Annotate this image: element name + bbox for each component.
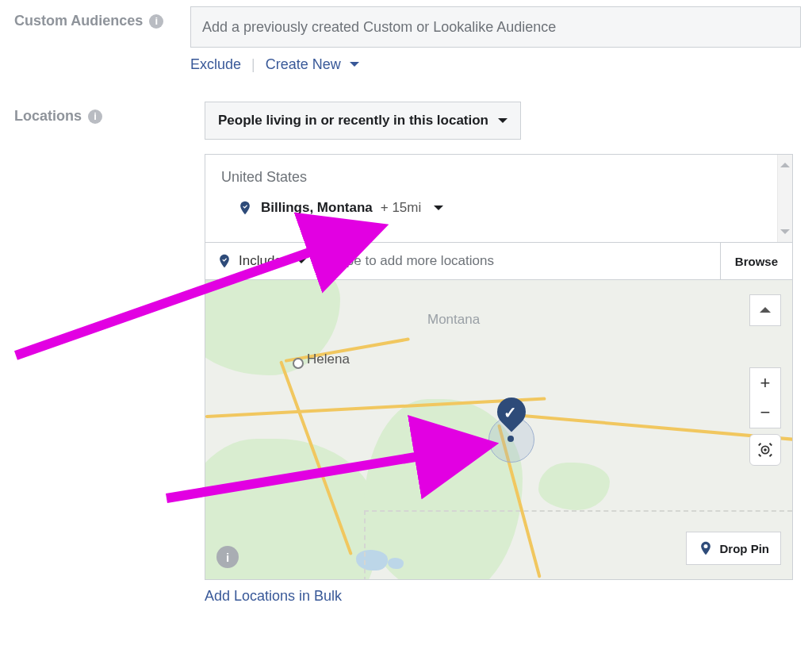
map-pin-icon[interactable]: ✓ (492, 398, 530, 436)
map-city-dot (293, 358, 304, 369)
custom-audiences-label-text: Custom Audiences (14, 13, 143, 29)
location-text-input[interactable]: Type to add more locations (327, 253, 720, 269)
map-zoom-out-button[interactable]: − (749, 398, 781, 428)
divider (322, 250, 323, 272)
map-info-button[interactable]: i (216, 546, 239, 568)
drop-pin-button[interactable]: Drop Pin (686, 532, 782, 565)
map-water (356, 550, 388, 570)
selected-city-name: Billings, Montana (261, 200, 373, 216)
custom-audiences-label: Custom Audiences i (0, 6, 190, 29)
location-input-bar: Include Type to add more locations Brows… (205, 243, 793, 280)
locations-label-text: Locations (14, 108, 82, 125)
create-new-link[interactable]: Create New (266, 56, 359, 72)
custom-audiences-input[interactable]: Add a previously created Custom or Looka… (190, 6, 801, 48)
map-city-label: Helena (307, 351, 350, 367)
caret-down-icon (297, 259, 306, 268)
scrollbar[interactable] (777, 155, 792, 242)
selected-city-row[interactable]: Billings, Montana + 15mi (221, 198, 776, 217)
location-filter-selected: People living in or recently in this loc… (218, 113, 488, 129)
drop-pin-label: Drop Pin (720, 542, 770, 555)
caret-down-icon[interactable] (434, 206, 443, 215)
info-icon[interactable]: i (88, 109, 102, 124)
separator: | (251, 56, 255, 72)
pin-icon (237, 198, 253, 217)
locate-icon (756, 441, 774, 459)
location-filter-dropdown[interactable]: People living in or recently in this loc… (205, 102, 521, 140)
map-border (364, 510, 792, 512)
caret-down-icon (498, 118, 508, 128)
include-label: Include (239, 253, 282, 269)
locations-label: Locations i (0, 102, 205, 125)
svg-point-1 (764, 448, 767, 451)
map-zoom-in-button[interactable]: + (749, 367, 781, 399)
map-border (364, 510, 367, 580)
country-label: United States (221, 169, 776, 186)
scroll-up-icon[interactable] (780, 158, 790, 167)
info-icon[interactable]: i (149, 14, 163, 29)
svg-point-2 (703, 544, 707, 548)
scroll-down-icon[interactable] (780, 229, 790, 239)
map-state-label: Montana (427, 312, 480, 328)
map-locate-button[interactable] (749, 434, 781, 466)
map-water (388, 558, 404, 569)
custom-audiences-placeholder: Add a previously created Custom or Looka… (202, 19, 556, 36)
caret-down-icon (350, 62, 359, 71)
chevron-up-icon (760, 302, 771, 313)
browse-button[interactable]: Browse (720, 243, 792, 279)
exclude-link[interactable]: Exclude (190, 56, 241, 72)
include-exclude-dropdown[interactable]: Include (205, 252, 317, 271)
map[interactable]: Helena Montana ✓ + − (205, 280, 793, 580)
map-collapse-button[interactable] (749, 294, 781, 326)
create-new-label: Create New (266, 56, 341, 72)
map-pin-center (508, 436, 514, 442)
add-locations-bulk-link[interactable]: Add Locations in Bulk (205, 588, 801, 605)
pin-icon (698, 539, 714, 558)
selected-radius: + 15mi (381, 200, 422, 216)
pin-icon (216, 252, 232, 271)
selected-locations-panel: United States Billings, Montana + 15mi (205, 154, 793, 243)
